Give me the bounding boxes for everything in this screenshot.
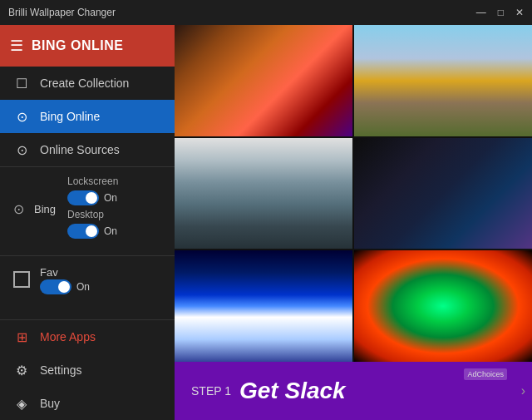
nav-label-online-sources: Online Sources bbox=[40, 143, 120, 156]
fav-content: Fav On bbox=[40, 264, 90, 294]
app-title: Brilli Wallpaper Changer bbox=[8, 7, 116, 18]
fav-icon bbox=[13, 271, 30, 288]
lockscreen-toggle[interactable] bbox=[67, 190, 99, 205]
maximize-button[interactable]: □ bbox=[498, 7, 504, 18]
bing-globe-icon: ⊙ bbox=[13, 201, 24, 217]
online-sources-icon: ⊙ bbox=[13, 142, 30, 158]
scroll-down-icon[interactable]: › bbox=[521, 383, 525, 398]
nav-label-settings: Settings bbox=[40, 363, 82, 377]
desktop-on-text: On bbox=[104, 225, 117, 237]
buy-icon: ◈ bbox=[13, 396, 30, 412]
main-content: STEP 1 Get Slack AdChoices › bbox=[175, 25, 532, 420]
desktop-toggle-control: On bbox=[67, 224, 161, 239]
bing-label: Bing bbox=[34, 203, 67, 215]
photo-cell-6[interactable] bbox=[354, 250, 532, 362]
hamburger-icon[interactable]: ☰ bbox=[10, 37, 23, 55]
title-bar: Brilli Wallpaper Changer — □ ✕ bbox=[0, 0, 532, 25]
desktop-toggle-row: Desktop bbox=[67, 209, 161, 220]
bing-online-icon: ⊙ bbox=[13, 109, 30, 125]
fav-section: Fav On bbox=[0, 256, 175, 303]
sidebar-nav: ☐ Create Collection ⊙ Bing Online ⊙ Onli… bbox=[0, 67, 175, 319]
nav-item-online-sources[interactable]: ⊙ Online Sources bbox=[0, 133, 175, 166]
ad-step: STEP 1 bbox=[191, 384, 231, 398]
more-apps-icon: ⊞ bbox=[13, 329, 30, 345]
bottom-nav: ⊞ More Apps ⚙ Settings ◈ Buy bbox=[0, 319, 175, 420]
nav-item-buy[interactable]: ◈ Buy bbox=[0, 387, 175, 420]
nav-label-create-collection: Create Collection bbox=[40, 77, 129, 90]
ad-banner: STEP 1 Get Slack AdChoices › bbox=[175, 362, 532, 420]
nav-label-bing-online: Bing Online bbox=[40, 110, 100, 123]
photo-cell-4[interactable] bbox=[354, 138, 532, 250]
fav-label: Fav bbox=[40, 266, 58, 279]
lockscreen-on-text: On bbox=[104, 192, 117, 204]
fav-toggle[interactable] bbox=[40, 279, 71, 294]
desktop-label: Desktop bbox=[67, 209, 124, 220]
sidebar-header: ☰ BING ONLINE bbox=[0, 25, 175, 67]
photo-cell-5[interactable] bbox=[175, 250, 352, 362]
lockscreen-label: Lockscreen bbox=[67, 175, 124, 187]
lockscreen-toggle-row: Lockscreen bbox=[67, 175, 161, 187]
window-controls[interactable]: — □ ✕ bbox=[476, 7, 524, 18]
ad-title: Get Slack bbox=[239, 378, 346, 404]
ad-choices: AdChoices bbox=[464, 368, 507, 380]
minimize-button[interactable]: — bbox=[476, 7, 486, 18]
bing-toggle-group: ⊙ Bing Lockscreen On Desktop bbox=[13, 175, 161, 242]
lockscreen-toggle-control: On bbox=[67, 190, 161, 205]
create-collection-icon: ☐ bbox=[13, 76, 30, 91]
nav-label-buy: Buy bbox=[40, 397, 60, 410]
sidebar-header-title: BING ONLINE bbox=[32, 38, 123, 53]
sidebar: ☰ BING ONLINE ☐ Create Collection ⊙ Bing… bbox=[0, 25, 175, 420]
toggle-section: ⊙ Bing Lockscreen On Desktop bbox=[0, 166, 175, 256]
photo-grid bbox=[175, 25, 532, 362]
fav-on-text: On bbox=[76, 281, 90, 293]
desktop-toggle[interactable] bbox=[67, 224, 99, 239]
photo-cell-1[interactable] bbox=[175, 25, 352, 136]
fav-toggle-row: On bbox=[40, 279, 90, 294]
bing-toggle-details: Lockscreen On Desktop On bbox=[67, 175, 161, 242]
nav-item-settings[interactable]: ⚙ Settings bbox=[0, 353, 175, 387]
photo-cell-2[interactable] bbox=[354, 25, 532, 136]
close-button[interactable]: ✕ bbox=[515, 7, 524, 18]
nav-item-bing-online[interactable]: ⊙ Bing Online bbox=[0, 100, 175, 133]
nav-item-more-apps[interactable]: ⊞ More Apps bbox=[0, 320, 175, 353]
nav-item-create-collection[interactable]: ☐ Create Collection bbox=[0, 67, 175, 100]
app-container: ☰ BING ONLINE ☐ Create Collection ⊙ Bing… bbox=[0, 25, 532, 420]
settings-icon: ⚙ bbox=[13, 363, 30, 378]
nav-label-more-apps: More Apps bbox=[40, 330, 96, 343]
photo-cell-3[interactable] bbox=[175, 138, 352, 250]
